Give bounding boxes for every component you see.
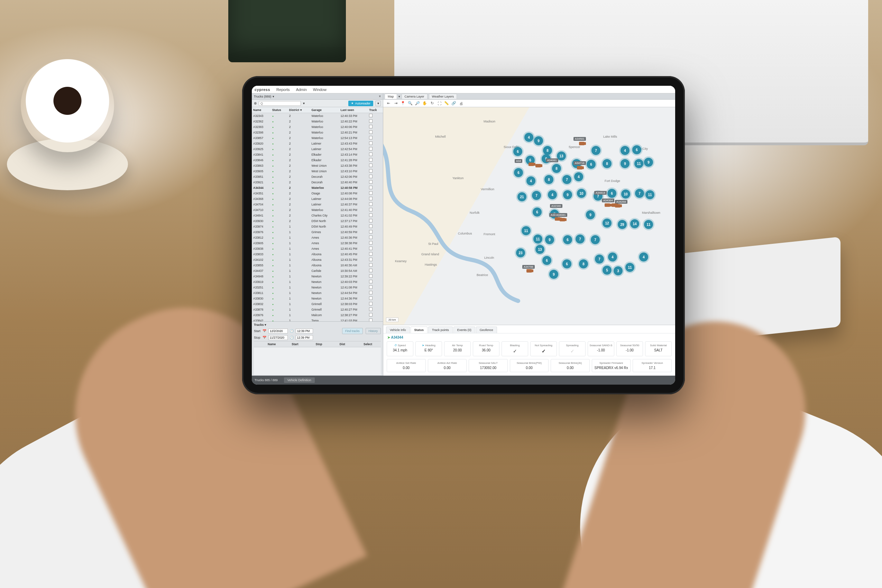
truck-icon[interactable] [526, 269, 532, 273]
table-row[interactable]: A339212Decorah12:40:40 PM [252, 180, 383, 185]
cluster-marker[interactable]: 4 [524, 133, 533, 142]
cluster-marker[interactable]: 9 [534, 136, 543, 145]
table-row[interactable]: A338632West Union12:43:38 PM [252, 163, 383, 168]
col-lastseen[interactable]: Last seen [339, 107, 368, 113]
cluster-marker[interactable]: 11 [645, 190, 654, 199]
link-icon[interactable]: 🔗 [451, 100, 457, 106]
table-row[interactable]: A338421Tama12:41:03 PM [252, 318, 383, 322]
nav-left-icon[interactable]: ⇤ [386, 100, 392, 106]
truck-icon[interactable] [528, 163, 534, 166]
truck-icon[interactable] [615, 204, 621, 207]
cluster-marker[interactable]: 6 [586, 160, 596, 169]
cluster-marker[interactable]: 9 [621, 159, 630, 168]
vehicle-label[interactable]: A34081 [546, 158, 558, 162]
table-row[interactable]: A338121Ames12:40:36 PM [252, 235, 383, 240]
cluster-marker[interactable]: 12 [603, 219, 612, 228]
ruler-icon[interactable]: 📏 [443, 100, 450, 106]
table-row[interactable]: A343682Latimer12:44:08 PM [252, 196, 383, 202]
cluster-marker[interactable]: 9 [586, 210, 595, 219]
dropdown-icon[interactable]: ▾ [273, 95, 274, 98]
dropdown-icon[interactable]: ▾ [399, 95, 400, 98]
cluster-marker[interactable]: 9 [563, 190, 572, 199]
cluster-marker[interactable]: 11 [634, 159, 644, 168]
vehicle-label[interactable]: A34818 [594, 191, 607, 195]
table-row[interactable]: A323832Waterloo12:40:06 PM [252, 124, 383, 130]
cluster-marker[interactable]: 6 [562, 260, 572, 268]
table-row[interactable]: A347102Waterloo12:41:40 PM [252, 207, 383, 213]
cluster-marker[interactable]: 8 [543, 146, 552, 155]
cluster-marker[interactable]: 7 [591, 235, 600, 244]
vehicle-label[interactable]: A34364 [602, 198, 614, 202]
dtab-vehicle[interactable]: Vehicle Info [386, 327, 410, 333]
table-row[interactable]: A339202Latimer12:43:43 PM [252, 141, 383, 146]
filter-icon[interactable]: ⊕ [254, 101, 256, 105]
table-row[interactable]: A339302DSM North12:37:17 PM [252, 218, 383, 224]
table-row[interactable]: A338551Altoona10:40:30 AM [252, 262, 383, 268]
cluster-marker[interactable]: 11 [626, 263, 634, 272]
cluster-marker[interactable]: 6 [608, 189, 616, 198]
start-time-input[interactable] [296, 328, 313, 333]
cluster-marker[interactable]: 7 [562, 175, 572, 184]
zoom-in-icon[interactable]: 🔍 [407, 100, 413, 106]
table-row[interactable]: A348412Charles City12:41:02 PM [252, 213, 383, 218]
table-row[interactable]: A338572Waterloo12:54:13 PM [252, 135, 383, 141]
dtab-events[interactable]: Events (0) [453, 327, 475, 333]
cluster-marker[interactable]: 4 [526, 176, 536, 185]
cluster-marker[interactable]: 6 [542, 256, 551, 265]
cluster-marker[interactable]: 9 [545, 235, 554, 244]
tab-camera[interactable]: Camera Layer [402, 94, 428, 99]
table-row[interactable]: A323432Waterloo12:40:33 PM [252, 113, 383, 118]
vehicle-label[interactable]: A34 [514, 159, 522, 163]
table-row[interactable]: A339052West Union12:43:10 PM [252, 168, 383, 174]
col-district[interactable]: District ▾ [288, 107, 310, 113]
stop-date-input[interactable] [268, 335, 288, 340]
table-row[interactable]: A341021Altoona12:43:31 PM [252, 257, 383, 262]
cluster-marker[interactable]: 8 [603, 159, 612, 168]
table-row[interactable]: A339381Ames12:40:41 PM [252, 246, 383, 252]
status-vehicle-def[interactable]: Vehicle Definition [284, 377, 315, 383]
table-row[interactable]: A339051Ames12:38:38 PM [252, 240, 383, 246]
cluster-marker[interactable]: 6 [563, 235, 572, 244]
close-icon[interactable]: × [379, 94, 381, 98]
menu-admin[interactable]: Admin [296, 87, 307, 92]
cluster-marker[interactable]: 14 [630, 219, 639, 228]
table-row[interactable]: A339252Latimer12:42:54 PM [252, 146, 383, 152]
vehicle-label[interactable]: A34268 [615, 200, 627, 204]
table-row[interactable]: A343442Waterloo12:40:56 PM [252, 185, 383, 190]
pan-icon[interactable]: ✋ [422, 100, 428, 106]
cluster-marker[interactable]: 10 [577, 189, 586, 198]
cluster-marker[interactable]: 6 [532, 207, 542, 216]
cluster-marker[interactable]: 8 [552, 164, 561, 173]
truck-icon[interactable] [560, 218, 565, 221]
tab-weather[interactable]: Weather Layers [429, 94, 457, 99]
cluster-marker[interactable]: 23 [516, 248, 525, 257]
cluster-marker[interactable]: 6 [632, 145, 641, 154]
table-row[interactable]: A343512Osage12:40:08 PM [252, 190, 383, 196]
cluster-marker[interactable]: 4 [548, 190, 557, 199]
cluster-marker[interactable]: 5 [603, 266, 612, 274]
vehicle-label[interactable]: A34581 [573, 137, 586, 141]
table-row[interactable]: A339741DSM North12:40:49 PM [252, 224, 383, 230]
fullscreen-icon[interactable]: ⛶ [436, 100, 442, 106]
find-tracks-button[interactable]: Find tracks [342, 328, 363, 334]
cluster-marker[interactable]: 7 [532, 191, 541, 200]
cluster-marker[interactable]: 3 [614, 266, 622, 275]
cluster-marker[interactable]: 9 [644, 158, 653, 167]
trucks-table-container[interactable]: Name Status District ▾ Garage Last seen … [252, 107, 383, 321]
cluster-marker[interactable]: 13 [557, 152, 566, 160]
history-button[interactable]: History [366, 328, 381, 334]
cluster-marker[interactable]: 21 [518, 192, 526, 201]
table-row[interactable]: A338462Elkader12:41:28 PM [252, 158, 383, 163]
col-status[interactable]: Status [271, 107, 288, 113]
cluster-marker[interactable]: 29 [618, 220, 627, 229]
vehicle-label[interactable]: A34 A34081 [549, 213, 567, 217]
search-input[interactable] [259, 101, 301, 106]
cluster-marker[interactable]: 11 [522, 226, 531, 235]
cluster-marker[interactable]: 4 [621, 146, 630, 155]
cluster-marker[interactable]: 4 [608, 252, 617, 261]
refresh-icon[interactable]: ↻ [429, 100, 435, 106]
clock-icon[interactable]: 🕒 [290, 329, 294, 333]
tab-map[interactable]: Map [385, 94, 397, 99]
calendar-icon[interactable]: 📅 [262, 329, 266, 333]
cluster-marker[interactable]: 6 [513, 147, 522, 156]
